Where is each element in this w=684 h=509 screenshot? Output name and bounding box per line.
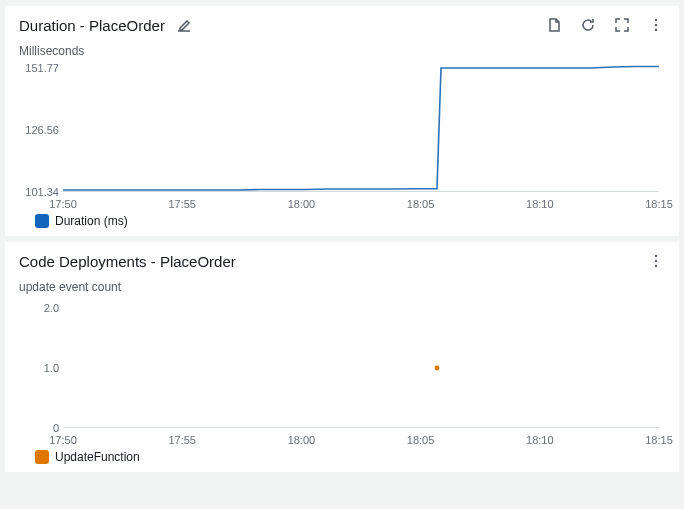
x-ticks: 17:50 17:55 18:00 18:05 18:10 18:15 [63,194,659,214]
x-tick: 18:05 [407,434,435,446]
legend: UpdateFunction [19,450,665,464]
x-tick: 18:00 [288,198,316,210]
svg-point-4 [655,260,657,262]
header-actions [647,252,665,270]
title-row: Code Deployments - PlaceOrder [19,253,236,270]
legend-label: UpdateFunction [55,450,140,464]
y-tick: 1.0 [44,362,59,374]
y-tick: 101.34 [25,186,59,198]
expand-icon[interactable] [613,16,631,34]
y-tick: 2.0 [44,302,59,314]
x-tick: 18:00 [288,434,316,446]
y-ticks: 151.77 126.56 101.34 [19,62,63,192]
panel-title: Code Deployments - PlaceOrder [19,253,236,270]
x-ticks: 17:50 17:55 18:00 18:05 18:10 18:15 [63,430,659,450]
legend-label: Duration (ms) [55,214,128,228]
panel-header: Duration - PlaceOrder [19,16,665,34]
legend-swatch [35,450,49,464]
more-icon[interactable] [647,16,665,34]
duration-panel: Duration - PlaceOrder Milliseconds 151.7… [5,6,679,236]
edit-icon[interactable] [175,16,193,34]
duration-chart: 151.77 126.56 101.34 17:50 17:55 18:00 1… [19,62,659,212]
y-tick: 151.77 [25,62,59,74]
deployments-panel: Code Deployments - PlaceOrder update eve… [5,242,679,472]
svg-point-1 [655,24,657,26]
panel-header: Code Deployments - PlaceOrder [19,252,665,270]
header-actions [545,16,665,34]
more-icon[interactable] [647,252,665,270]
svg-point-5 [655,265,657,267]
panel-title: Duration - PlaceOrder [19,17,165,34]
y-axis-label: update event count [19,280,665,294]
x-tick: 17:50 [49,434,77,446]
refresh-icon[interactable] [579,16,597,34]
duration-series-line [63,67,659,191]
svg-point-2 [655,29,657,31]
legend-swatch [35,214,49,228]
x-tick: 18:10 [526,434,554,446]
x-tick: 18:10 [526,198,554,210]
download-icon[interactable] [545,16,563,34]
svg-point-3 [655,255,657,257]
plot-area [63,62,659,192]
x-tick: 18:15 [645,198,673,210]
x-tick: 17:50 [49,198,77,210]
x-tick: 17:55 [168,198,196,210]
plot-area [63,298,659,428]
legend: Duration (ms) [19,214,665,228]
y-tick: 0 [53,422,59,434]
y-axis-label: Milliseconds [19,44,665,58]
x-tick: 18:05 [407,198,435,210]
x-tick: 17:55 [168,434,196,446]
deployments-chart: 2.0 1.0 0 17:50 17:55 18:00 18:05 18:10 … [19,298,659,448]
y-tick: 126.56 [25,124,59,136]
update-event-point [435,366,440,371]
y-ticks: 2.0 1.0 0 [19,298,63,428]
svg-point-0 [655,19,657,21]
x-tick: 18:15 [645,434,673,446]
title-row: Duration - PlaceOrder [19,16,193,34]
